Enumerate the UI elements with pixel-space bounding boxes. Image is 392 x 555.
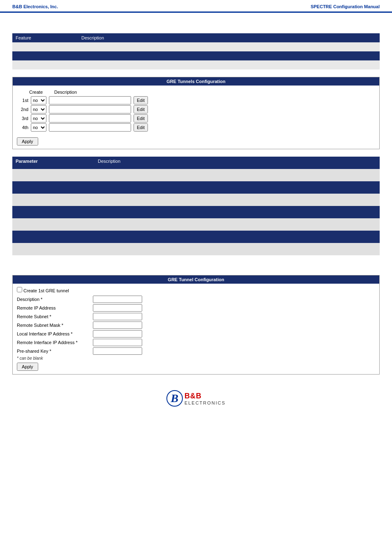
page-header: B&B Electronics, Inc. SPECTRE Configurat…	[0, 0, 392, 13]
bb-logo: B B&B ELECTRONICS	[166, 390, 226, 407]
gre-form-box: GRE Tunnel Configuration Create 1st GRE …	[12, 275, 380, 375]
desc-table-cell-2-1	[95, 181, 380, 194]
desc-table-cell-0-0: Parameter	[12, 157, 95, 169]
desc-table-cell-1-0	[12, 169, 95, 181]
gre-create-select-1[interactable]: noyes	[31, 105, 46, 113]
create-tunnel-label: Create 1st GRE tunnel	[23, 288, 69, 293]
gre-desc-input-2[interactable]	[49, 114, 131, 123]
content-area: FeatureDescription GRE Tunnels Configura…	[0, 13, 392, 427]
info-table-cell-2-0	[12, 51, 78, 60]
brand-text-group: B&B ELECTRONICS	[184, 392, 226, 405]
form-field-row-4: Local Interface IP Address *	[17, 330, 375, 338]
info-table: FeatureDescription	[12, 33, 380, 69]
gre-form-body: Create 1st GRE tunnel Description *Remot…	[13, 284, 379, 374]
field-input-remote_subnet[interactable]	[93, 313, 142, 320]
gre-row-label-2: 3rd	[17, 116, 28, 121]
header-manual-title: SPECTRE Configuration Manual	[311, 4, 380, 9]
desc-table-cell-4-0	[12, 206, 95, 218]
gre-edit-button-3[interactable]: Edit	[134, 123, 148, 132]
gre-row-header: Create Description	[17, 89, 375, 96]
field-input-remote_ip[interactable]	[93, 304, 142, 312]
info-table-cell-3-0	[12, 60, 78, 69]
form-field-row-6: Pre-shared Key *	[17, 347, 375, 355]
gre-edit-button-2[interactable]: Edit	[134, 114, 148, 123]
form-field-row-1: Remote IP Address	[17, 304, 375, 312]
field-label-1: Remote IP Address	[17, 305, 93, 310]
col-create-header: Create	[29, 90, 52, 95]
desc-table-cell-6-1	[95, 231, 380, 243]
gre-create-select-3[interactable]: noyes	[31, 123, 46, 132]
gre-desc-input-1[interactable]	[49, 105, 131, 113]
gre-desc-input-3[interactable]	[49, 123, 131, 132]
field-input-description[interactable]	[93, 296, 142, 303]
col-desc-header: Description	[54, 90, 136, 95]
create-checkbox-row: Create 1st GRE tunnel	[17, 287, 375, 293]
gre-tunnel-row-1: 2ndnoyesEdit	[17, 105, 375, 113]
gre-create-select-2[interactable]: noyes	[31, 114, 46, 123]
header-company: B&B Electronics, Inc.	[12, 4, 58, 9]
create-tunnel-checkbox[interactable]	[17, 287, 22, 292]
desc-table-cell-0-1: Description	[95, 157, 380, 169]
field-label-0: Description *	[17, 297, 93, 302]
form-field-row-2: Remote Subnet *	[17, 313, 375, 320]
desc-table-cell-5-1	[95, 218, 380, 231]
gre-apply-button[interactable]: Apply	[17, 137, 38, 146]
form-field-row-0: Description *	[17, 296, 375, 303]
gre-edit-button-1[interactable]: Edit	[134, 105, 148, 113]
gre-tunnel-row-2: 3rdnoyesEdit	[17, 114, 375, 123]
gre-row-label-1: 2nd	[17, 107, 28, 112]
desc-table-cell-3-0	[12, 194, 95, 206]
bb-logo-top: B B&B ELECTRONICS	[166, 390, 226, 407]
field-label-4: Local Interface IP Address *	[17, 331, 93, 336]
info-table-cell-0-1: Description	[78, 33, 380, 42]
info-table-cell-1-1	[78, 42, 380, 51]
b-icon: B	[166, 390, 183, 407]
field-input-preshared_key[interactable]	[93, 347, 142, 355]
brand-electronics: ELECTRONICS	[184, 400, 226, 405]
info-table-cell-2-1	[78, 51, 380, 60]
page-footer: B B&B ELECTRONICS	[12, 382, 380, 419]
info-table-cell-3-1	[78, 60, 380, 69]
form-field-row-5: Remote Interface IP Address *	[17, 339, 375, 346]
gre-form-title: GRE Tunnel Configuration	[13, 275, 379, 284]
gre-apply-row: Apply	[17, 134, 375, 146]
gre-desc-input-0[interactable]	[49, 96, 131, 104]
gre-tunnel-row-3: 4thnoyesEdit	[17, 123, 375, 132]
desc-table-cell-3-1	[95, 194, 380, 206]
field-label-2: Remote Subnet *	[17, 314, 93, 319]
field-label-6: Pre-shared Key *	[17, 349, 93, 354]
gre-tunnels-config-title: GRE Tunnels Configuration	[13, 77, 379, 86]
gre-row-label-3: 4th	[17, 125, 28, 130]
desc-table-cell-2-0	[12, 181, 95, 194]
gre-tunnels-config-box: GRE Tunnels Configuration Create Descrip…	[12, 77, 380, 149]
desc-table: ParameterDescription	[12, 157, 380, 255]
field-label-5: Remote Interface IP Address *	[17, 340, 93, 345]
field-input-remote_subnet_mask[interactable]	[93, 321, 142, 329]
field-label-3: Remote Subnet Mask *	[17, 323, 93, 328]
desc-table-cell-1-1	[95, 169, 380, 181]
gre-tunnels-config-body: Create Description 1stnoyesEdit2ndnoyesE…	[13, 86, 379, 149]
brand-name: B&B	[184, 392, 226, 400]
info-table-cell-0-0: Feature	[12, 33, 78, 42]
field-input-local_interface_ip[interactable]	[93, 330, 142, 338]
gre-tunnel-row-0: 1stnoyesEdit	[17, 96, 375, 104]
desc-table-cell-7-0	[12, 243, 95, 255]
form-apply-button[interactable]: Apply	[17, 363, 38, 371]
b-letter: B	[171, 392, 179, 405]
desc-table-cell-7-1	[95, 243, 380, 255]
info-table-cell-1-0	[12, 42, 78, 51]
desc-table-cell-4-1	[95, 206, 380, 218]
gre-edit-button-0[interactable]: Edit	[134, 96, 148, 104]
can-be-blank-note: * can be blank	[17, 356, 375, 361]
field-input-remote_interface_ip[interactable]	[93, 339, 142, 346]
desc-table-cell-6-0	[12, 231, 95, 243]
gre-row-label-0: 1st	[17, 98, 28, 103]
form-field-row-3: Remote Subnet Mask *	[17, 321, 375, 329]
gre-create-select-0[interactable]: noyes	[31, 96, 46, 104]
desc-table-cell-5-0	[12, 218, 95, 231]
